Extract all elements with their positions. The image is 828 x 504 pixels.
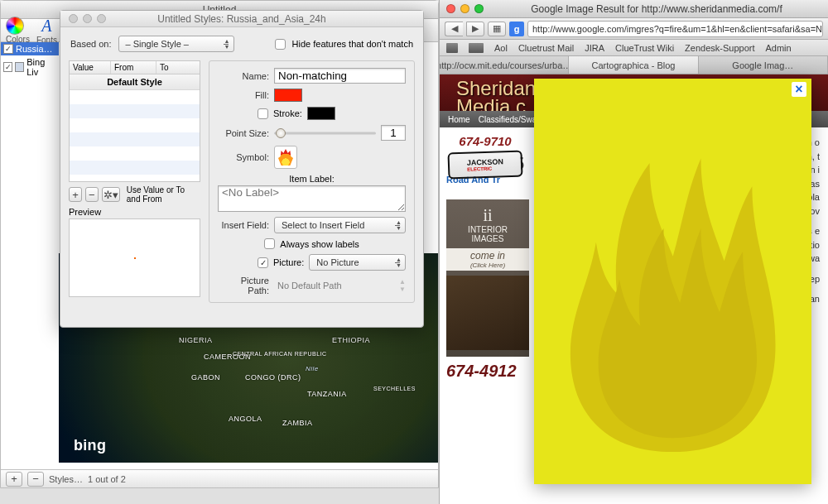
back-button[interactable]: ◀: [445, 22, 463, 36]
ad-interior[interactable]: ii INTERIOR IMAGES come in(Click Here): [446, 199, 529, 357]
rules-table[interactable]: Value From To Default Style: [69, 60, 200, 182]
layer-swatch: [15, 62, 24, 72]
symbol-well[interactable]: [274, 146, 297, 169]
pointsize-label: Point Size:: [218, 128, 269, 138]
safari-titlebar[interactable]: Google Image Result for http://www.sheri…: [440, 0, 828, 18]
tab-google-image[interactable]: Google Imag…: [699, 56, 828, 74]
map-label: NIGERIA: [179, 336, 213, 344]
toolbar-button[interactable]: ▦: [488, 22, 506, 36]
rules-rows[interactable]: [70, 90, 200, 181]
style-form: Name: Fill: Stroke: Point Size: Symbol: …: [209, 60, 415, 303]
map-label: GABON: [191, 373, 220, 382]
map-label: ZAMBIA: [282, 419, 313, 427]
page-sidebar: 674-9710 JACKSONELECTRIC 5 Road And Tr i…: [440, 127, 531, 387]
phone-number: 674-9710: [446, 134, 524, 148]
preview-box: [69, 218, 200, 297]
name-field[interactable]: [274, 68, 406, 84]
fire-image: [556, 119, 789, 468]
pointsize-field[interactable]: [381, 125, 406, 141]
tab-bar: http://ocw.mit.edu/courses/urba… Cartogr…: [440, 56, 828, 74]
insert-field-popup[interactable]: Select to Insert Field▲▼: [274, 217, 406, 233]
insert-label: Insert Field:: [218, 220, 269, 230]
nav-item[interactable]: Home: [448, 115, 470, 124]
ad-jackson[interactable]: JACKSONELECTRIC: [447, 150, 522, 179]
stroke-checkbox[interactable]: [258, 108, 268, 119]
layer-visible-checkbox[interactable]: [3, 44, 13, 54]
based-on-label: Based on:: [70, 39, 112, 49]
col-to[interactable]: To: [156, 61, 200, 74]
tab-mit[interactable]: http://ocw.mit.edu/courses/urba…: [440, 56, 569, 74]
layer-name: Russia…: [16, 44, 53, 54]
picture-label: Picture:: [273, 257, 304, 267]
bookmark-item[interactable]: ClueTrust Wiki: [615, 43, 674, 53]
fill-swatch[interactable]: [274, 89, 302, 102]
remove-rule-button[interactable]: −: [85, 187, 99, 202]
site-icon: g: [509, 22, 524, 36]
bookmarks-bar: Aol Cluetrust Mail JIRA ClueTrust Wiki Z…: [440, 40, 828, 56]
map-label: TANZANIA: [307, 390, 347, 398]
hide-features-label: Hide features that don't match: [292, 39, 413, 49]
layers-panel: Russia… Bing Liv: [1, 42, 59, 79]
zoom-icon[interactable]: [474, 4, 484, 13]
bookmarks-icon[interactable]: [446, 43, 458, 53]
reading-list-icon[interactable]: [469, 43, 484, 53]
colors-icon[interactable]: [6, 17, 24, 35]
based-on-popup[interactable]: – Single Style –▲▼: [118, 36, 234, 52]
picture-popup[interactable]: No Picture▲▼: [309, 254, 406, 271]
itemlabel-label: Item Label:: [218, 174, 406, 184]
map-label: ANGOLA: [229, 415, 262, 423]
stroke-swatch[interactable]: [307, 107, 335, 120]
styles-sheet: Untitled Styles: Russia_and_Asia_24h Bas…: [60, 10, 424, 328]
symbol-label: Symbol:: [218, 152, 269, 162]
tab-cartographica[interactable]: Cartographica - Blog: [569, 56, 698, 74]
col-value[interactable]: Value: [70, 61, 111, 74]
rule-action-menu[interactable]: ✲▾: [102, 187, 120, 202]
remove-button[interactable]: −: [27, 472, 44, 487]
sheet-title: Untitled Styles: Russia_and_Asia_24h: [60, 13, 423, 25]
bing-logo: bing: [74, 437, 106, 454]
style-count: 1 out of 2: [88, 474, 126, 484]
add-rule-button[interactable]: +: [69, 187, 82, 202]
layer-row[interactable]: Russia…: [1, 42, 59, 55]
bookmark-item[interactable]: Aol: [494, 43, 508, 53]
forward-button[interactable]: ▶: [466, 22, 484, 36]
table-hint: Use Value or To and From: [127, 185, 200, 204]
name-label: Name:: [218, 71, 269, 81]
fonts-icon[interactable]: A: [36, 17, 57, 36]
bookmark-item[interactable]: Cluetrust Mail: [518, 43, 574, 53]
map-label: SEYCHELLES: [373, 386, 416, 391]
safari-toolbar: ◀ ▶ ▦ g http://www.google.com/imgres?q=f…: [440, 18, 828, 40]
picture-checkbox[interactable]: [258, 257, 268, 268]
hide-features-checkbox[interactable]: [275, 39, 286, 50]
bookmark-item[interactable]: Zendesk-Support: [685, 43, 754, 53]
map-label: CONGO (DRC): [245, 373, 301, 382]
close-icon[interactable]: [446, 4, 455, 13]
safari-title: Google Image Result for http://www.sheri…: [492, 3, 821, 15]
pointsize-slider[interactable]: [274, 127, 376, 139]
add-button[interactable]: +: [6, 472, 22, 487]
bookmark-item[interactable]: JIRA: [585, 43, 604, 53]
stroke-label: Stroke:: [273, 108, 302, 118]
default-style-row[interactable]: Default Style: [70, 74, 200, 90]
close-overlay-button[interactable]: ×: [792, 82, 806, 97]
layer-row[interactable]: Bing Liv: [1, 55, 59, 79]
fill-label: Fill:: [218, 90, 269, 100]
preview-label: Preview: [69, 207, 200, 217]
layer-name: Bing Liv: [26, 57, 56, 77]
picpath-value: No Default Path: [274, 281, 342, 290]
image-overlay: ×: [534, 79, 811, 484]
sheet-titlebar[interactable]: Untitled Styles: Russia_and_Asia_24h: [60, 11, 423, 27]
bookmark-item[interactable]: Admin: [766, 43, 792, 53]
picpath-label: Picture Path:: [218, 276, 269, 295]
url-field[interactable]: http://www.google.com/imgres?q=fire&um=1…: [527, 21, 823, 37]
map-statusbar: + − Styles… 1 out of 2: [1, 469, 438, 487]
map-label: Nile: [306, 365, 319, 372]
itemlabel-field[interactable]: [218, 185, 406, 212]
map-label: ETHIOPIA: [332, 336, 370, 344]
col-from[interactable]: From: [111, 61, 156, 74]
always-show-label: Always show labels: [280, 239, 359, 249]
styles-link[interactable]: Styles…: [49, 474, 83, 484]
always-show-checkbox[interactable]: [264, 238, 275, 249]
minimize-icon[interactable]: [460, 4, 469, 13]
layer-visible-checkbox[interactable]: [3, 62, 12, 72]
